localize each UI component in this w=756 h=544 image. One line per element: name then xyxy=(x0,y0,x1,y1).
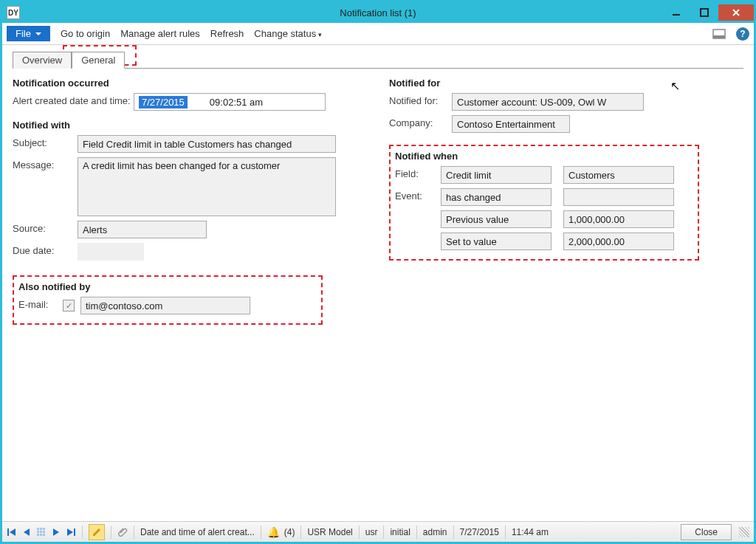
section-notified-for: Notified for xyxy=(389,78,743,89)
svg-rect-12 xyxy=(37,531,39,533)
svg-rect-9 xyxy=(37,528,39,530)
nav-last-icon[interactable] xyxy=(66,527,76,537)
svg-rect-6 xyxy=(7,528,9,536)
label-event: Event: xyxy=(395,188,441,202)
label-alert-datetime: Alert created date and time: xyxy=(13,93,134,106)
svg-rect-15 xyxy=(37,534,39,536)
resize-grip[interactable] xyxy=(739,527,749,537)
title-bar: DY Notification list (1) xyxy=(2,2,754,23)
content-area: Overview General Notification occurred A… xyxy=(2,45,754,521)
label-due-date: Due date: xyxy=(13,243,78,256)
file-menu[interactable]: File xyxy=(7,26,50,41)
left-column: Notification occurred Alert created date… xyxy=(13,78,367,325)
right-column: Notified for Notified for: Customer acco… xyxy=(389,78,743,325)
due-date-field[interactable] xyxy=(78,243,144,261)
company-field[interactable]: Contoso Entertainment xyxy=(452,115,570,133)
section-also-notified-by: Also notified by xyxy=(18,281,317,292)
attachment-icon[interactable] xyxy=(117,527,128,537)
svg-marker-7 xyxy=(10,528,16,536)
status-filter-text[interactable]: Date and time of alert creat... xyxy=(140,527,255,537)
application-window: DY Notification list (1) File Go to orig… xyxy=(0,0,756,544)
view-icon[interactable] xyxy=(712,27,726,41)
label-email: E-mail: xyxy=(18,297,63,310)
status-model: USR Model xyxy=(307,527,352,537)
change-status-dropdown[interactable]: Change status xyxy=(254,28,322,39)
set-to-value-field[interactable]: 2,000,000.00 xyxy=(563,233,674,250)
status-time: 11:44 am xyxy=(512,527,549,537)
field-name-field[interactable]: Credit limit xyxy=(441,166,551,184)
status-mode: initial xyxy=(390,527,410,537)
svg-marker-19 xyxy=(67,528,73,536)
refresh-button[interactable]: Refresh xyxy=(210,28,244,39)
subject-field[interactable]: Field Credit limit in table Customers ha… xyxy=(78,135,336,153)
manage-alert-rules-button[interactable]: Manage alert rules xyxy=(120,28,200,39)
label-field: Field: xyxy=(395,166,441,179)
close-button[interactable]: Close xyxy=(681,524,732,540)
previous-value-label: Previous value xyxy=(441,210,551,228)
label-source: Source: xyxy=(13,221,78,234)
event-extra-field[interactable] xyxy=(563,188,674,206)
svg-rect-5 xyxy=(713,35,725,38)
status-layer: usr xyxy=(365,527,378,537)
svg-rect-16 xyxy=(40,534,42,536)
email-field[interactable]: tim@contoso.com xyxy=(80,297,250,314)
svg-marker-18 xyxy=(53,528,59,536)
email-checkbox[interactable]: ✓ xyxy=(63,300,75,311)
svg-rect-1 xyxy=(701,9,708,16)
tab-general[interactable]: General xyxy=(72,52,125,69)
label-spacer-prev xyxy=(395,210,441,213)
label-notified-for: Notified for: xyxy=(389,93,452,106)
alert-datetime-field[interactable]: 7/27/2015 09:02:51 am xyxy=(134,93,326,111)
source-field[interactable]: Alerts xyxy=(78,221,207,238)
alert-date-value: 7/27/2015 xyxy=(139,96,188,109)
tab-overview[interactable]: Overview xyxy=(13,52,72,69)
highlight-notified-when: Notified when Field: Credit limit Custom… xyxy=(389,145,699,261)
svg-rect-14 xyxy=(43,531,45,533)
tabstrip: Overview General xyxy=(13,51,743,69)
go-to-origin-button[interactable]: Go to origin xyxy=(61,28,110,39)
window-title: Notification list (1) xyxy=(2,7,754,18)
set-to-value-label: Set to value xyxy=(441,233,551,250)
svg-marker-21 xyxy=(93,528,100,536)
previous-value-field[interactable]: 1,000,000.00 xyxy=(563,210,674,228)
svg-rect-13 xyxy=(40,531,42,533)
notified-for-field[interactable]: Customer account: US-009, Owl W xyxy=(452,93,644,111)
section-notification-occurred: Notification occurred xyxy=(13,78,367,89)
label-message: Message: xyxy=(13,157,78,171)
minimize-button[interactable] xyxy=(662,4,690,21)
label-spacer-set xyxy=(395,233,441,235)
status-bar: Date and time of alert creat... 🔔(4) USR… xyxy=(2,521,754,542)
message-field[interactable]: A credit limit has been changed for a cu… xyxy=(78,157,336,216)
general-pane: Notification occurred Alert created date… xyxy=(13,69,743,325)
svg-rect-20 xyxy=(74,528,75,536)
status-user: admin xyxy=(423,527,447,537)
svg-rect-10 xyxy=(40,528,42,530)
section-notified-when: Notified when xyxy=(395,151,693,162)
status-date: 7/27/2015 xyxy=(460,527,499,537)
alert-count: (4) xyxy=(284,527,295,537)
label-company: Company: xyxy=(389,115,452,128)
svg-rect-11 xyxy=(43,528,45,530)
highlight-also-notified: Also notified by E-mail: ✓ tim@contoso.c… xyxy=(13,275,323,325)
maximize-button[interactable] xyxy=(690,4,718,21)
section-notified-with: Notified with xyxy=(13,120,367,131)
nav-first-icon[interactable] xyxy=(7,527,17,537)
grid-icon[interactable] xyxy=(36,527,47,537)
close-window-button[interactable] xyxy=(718,4,754,21)
svg-rect-17 xyxy=(43,534,45,536)
nav-next-icon[interactable] xyxy=(51,527,61,537)
app-icon: DY xyxy=(7,6,20,19)
window-buttons xyxy=(662,4,754,21)
bell-icon[interactable]: 🔔 xyxy=(267,526,280,538)
event-field[interactable]: has changed xyxy=(441,188,551,206)
label-subject: Subject: xyxy=(13,135,78,148)
nav-prev-icon[interactable] xyxy=(21,527,32,537)
table-name-field[interactable]: Customers xyxy=(563,166,674,184)
alert-time-value: 09:02:51 am xyxy=(210,97,263,108)
svg-rect-0 xyxy=(673,14,680,16)
svg-marker-8 xyxy=(24,528,30,536)
edit-icon[interactable] xyxy=(89,524,105,540)
help-icon[interactable]: ? xyxy=(736,27,749,41)
toolbar: File Go to origin Manage alert rules Ref… xyxy=(2,23,754,45)
